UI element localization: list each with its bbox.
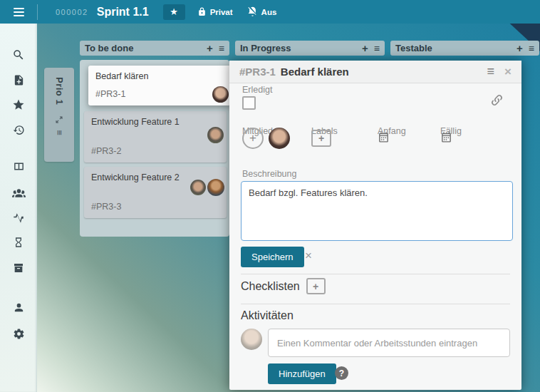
card-pr3-3[interactable]: Entwicklung Feature 2 #PR3-3 — [84, 167, 227, 218]
swimlane-prio1: Prio 1 ≡ — [44, 68, 74, 162]
lock-icon — [197, 7, 207, 16]
privacy-toggle[interactable]: Privat — [197, 7, 233, 16]
board-number: 000002 — [56, 8, 88, 16]
activities-section: Aktivitäten — [241, 309, 294, 322]
plus-icon: + — [249, 131, 256, 145]
divider — [241, 274, 510, 274]
card-title: Entwicklung Feature 1 — [91, 117, 180, 127]
person-icon — [13, 301, 25, 314]
checklists-label: Checklisten — [241, 280, 300, 293]
sidebar-item-archive[interactable] — [0, 257, 37, 279]
sidebar-item-settings[interactable] — [0, 323, 37, 344]
divider — [241, 304, 510, 304]
modal-header: #PR3-1 Bedarf klären ≡ × — [229, 61, 521, 83]
column-menu-icon[interactable]: ≡ — [374, 43, 380, 54]
privacy-label: Privat — [210, 8, 233, 16]
star-icon — [12, 98, 25, 111]
current-user-avatar — [241, 329, 262, 350]
search-icon — [12, 48, 25, 61]
swimlane-menu-icon[interactable]: ≡ — [56, 130, 63, 135]
question-mark: ? — [339, 368, 344, 378]
add-label-button[interactable]: + — [311, 130, 331, 147]
add-card-icon[interactable]: + — [207, 42, 213, 54]
topbar: 000002 Sprint 1.1 ★ Privat Aus — [0, 0, 540, 24]
column-header-testable: Testable + ≡ — [390, 41, 539, 56]
topbar-divider — [37, 4, 38, 20]
activities-label: Aktivitäten — [241, 309, 294, 322]
add-checklist-button[interactable]: + — [306, 278, 326, 294]
card-ref: #PR3-3 — [91, 202, 121, 212]
card-list-to-be-done: Bedarf klären #PR3-1 Entwicklung Feature… — [80, 60, 229, 237]
plus-icon: + — [313, 281, 318, 292]
notifications-label: Aus — [261, 8, 277, 16]
favorite-star-button[interactable]: ★ — [163, 4, 185, 20]
add-card-icon[interactable]: + — [362, 42, 368, 54]
column-menu-icon[interactable]: ≡ — [219, 43, 224, 54]
card-pr3-1[interactable]: Bedarf klären #PR3-1 — [88, 66, 231, 105]
done-label: Erledigt — [242, 85, 272, 95]
app-window: 000002 Sprint 1.1 ★ Privat Aus To be don… — [0, 0, 540, 392]
bell-off-icon — [247, 6, 258, 17]
member-avatar[interactable] — [269, 128, 290, 149]
sidebar-item-search[interactable] — [0, 44, 37, 66]
sidebar-item-time-tracking[interactable] — [0, 232, 37, 253]
sidebar-item-history[interactable] — [0, 119, 37, 140]
checklists-section: Checklisten + — [241, 278, 326, 294]
column-header-in-progress: In Progress + ≡ — [235, 41, 385, 56]
swimlane-title: Prio 1 — [54, 77, 65, 105]
card-ref: #PR3-2 — [91, 146, 121, 156]
column-header-to-be-done: To be done + ≡ — [80, 41, 229, 56]
add-member-button[interactable]: + — [242, 128, 264, 149]
avatar — [207, 179, 224, 196]
task-ref: #PR3-1 — [239, 66, 276, 78]
main-menu-button[interactable] — [0, 0, 37, 24]
link-icon[interactable] — [490, 93, 504, 107]
avatar — [212, 86, 229, 103]
users-group-icon — [12, 186, 26, 200]
avatar — [207, 127, 224, 143]
save-button[interactable]: Speichern — [241, 247, 304, 267]
card-title: Bedarf klären — [95, 71, 148, 81]
notifications-toggle[interactable]: Aus — [247, 6, 277, 17]
card-ref: #PR3-1 — [95, 89, 125, 99]
card-title: Entwicklung Feature 2 — [91, 172, 180, 182]
help-icon[interactable]: ? — [335, 366, 348, 380]
avatar — [190, 180, 206, 195]
add-comment-button[interactable]: Hinzufügen — [268, 363, 336, 384]
sidebar-item-add-document[interactable] — [0, 69, 37, 91]
sidebar-item-board-view[interactable] — [0, 155, 37, 177]
history-icon — [13, 124, 25, 136]
done-checkbox[interactable] — [242, 96, 256, 110]
sidebar-item-starred[interactable] — [0, 94, 37, 115]
sidebar-item-users[interactable] — [0, 182, 37, 203]
gear-icon — [13, 328, 25, 340]
due-date-calendar-icon[interactable] — [440, 131, 452, 143]
column-title: To be done — [85, 43, 133, 53]
archive-icon — [13, 262, 24, 274]
star-icon: ★ — [170, 6, 178, 17]
sidebar-item-activity[interactable] — [0, 207, 37, 229]
plus-icon: + — [318, 133, 324, 144]
hourglass-icon — [13, 237, 24, 248]
column-menu-icon[interactable]: ≡ — [529, 43, 534, 54]
task-detail-modal: #PR3-1 Bedarf klären ≡ × Erledigt Mitgli… — [229, 61, 521, 390]
description-textarea[interactable]: Bedarf bzgl. Features klären. — [241, 181, 513, 241]
add-document-icon — [13, 74, 25, 86]
swimlane-collapse-icon[interactable] — [55, 115, 63, 124]
cancel-icon[interactable]: × — [305, 249, 312, 263]
comment-input[interactable] — [268, 329, 510, 357]
sidebar — [0, 24, 37, 392]
modal-menu-icon[interactable]: ≡ — [487, 64, 495, 79]
column-title: Testable — [395, 43, 432, 53]
close-icon[interactable]: × — [504, 65, 512, 79]
card-pr3-2[interactable]: Entwicklung Feature 1 #PR3-2 — [84, 111, 227, 163]
description-label: Beschreibung — [242, 169, 296, 179]
task-title: Bedarf klären — [281, 66, 349, 78]
activity-pulse-icon — [12, 212, 25, 225]
board-title: Sprint 1.1 — [97, 6, 149, 19]
start-date-calendar-icon[interactable] — [378, 131, 390, 143]
column-title: In Progress — [240, 43, 291, 53]
add-card-icon[interactable]: + — [516, 42, 523, 54]
board-columns-icon — [13, 160, 25, 172]
sidebar-item-account[interactable] — [0, 296, 37, 318]
